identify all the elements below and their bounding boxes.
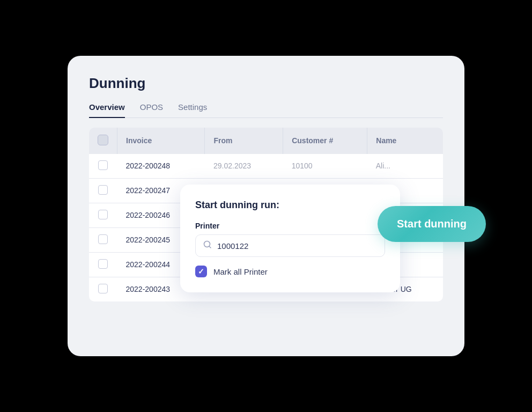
row-checkbox[interactable] [98, 284, 108, 293]
tab-opos[interactable]: OPOS [140, 102, 163, 118]
main-card: Dunning Overview OPOS Settings Invoice F… [68, 56, 464, 356]
table-row: 2022-200248 29.02.2023 10100 Ali... [89, 154, 443, 179]
row-checkbox[interactable] [98, 234, 108, 244]
row-checkbox[interactable] [98, 160, 108, 170]
page-title: Dunning [89, 75, 443, 92]
header-invoice: Invoice [117, 128, 205, 154]
cell-invoice: 2022-200248 [117, 154, 205, 179]
row-checkbox[interactable] [98, 210, 108, 219]
header-name: Name [367, 128, 443, 154]
cell-from: 29.02.2023 [205, 154, 283, 179]
tab-bar: Overview OPOS Settings [89, 102, 443, 118]
tab-overview[interactable]: Overview [89, 102, 125, 118]
printer-search-wrapper [195, 234, 385, 257]
cell-customer-num: 10100 [283, 154, 367, 179]
mark-all-checkbox[interactable]: ✓ [195, 266, 207, 277]
mark-all-label: Mark all Printer [213, 267, 268, 276]
start-dunning-button[interactable]: Start dunning [378, 206, 486, 242]
dunning-run-popup: Start dunning run: Printer ✓ Mark all Pr… [180, 185, 400, 292]
printer-label: Printer [195, 222, 385, 230]
cell-name: Ali... [367, 154, 443, 179]
header-checkbox-col [89, 128, 117, 154]
popup-title: Start dunning run: [195, 200, 385, 211]
mark-all-printer-row: ✓ Mark all Printer [195, 266, 385, 277]
printer-search-input[interactable] [217, 241, 377, 251]
checkmark-icon: ✓ [198, 268, 204, 275]
svg-line-1 [209, 246, 211, 248]
row-checkbox[interactable] [98, 259, 108, 269]
header-customer-num: Customer # [283, 128, 367, 154]
search-icon [203, 240, 212, 251]
tab-settings[interactable]: Settings [178, 102, 207, 118]
header-from: From [205, 128, 283, 154]
header-checkbox[interactable] [98, 135, 108, 145]
row-checkbox[interactable] [98, 185, 108, 195]
